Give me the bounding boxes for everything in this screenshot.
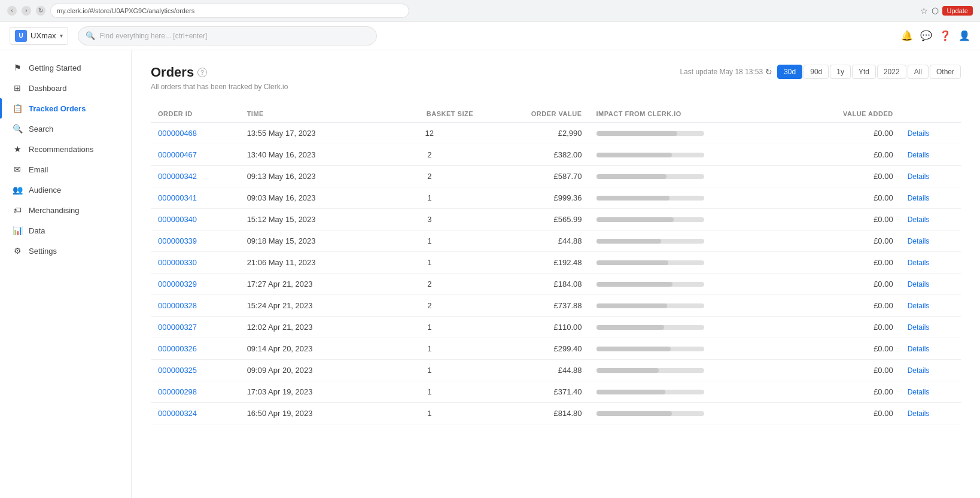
details-link[interactable]: Details	[908, 259, 930, 267]
filter-90d-button[interactable]: 90d	[804, 65, 829, 79]
sidebar-item-recommendations[interactable]: ★ Recommendations	[0, 139, 131, 159]
details-link[interactable]: Details	[908, 388, 930, 396]
reload-button[interactable]: ↻	[36, 6, 45, 16]
refresh-button[interactable]: ↻	[765, 67, 772, 77]
cell-order-id: 000000468	[151, 123, 240, 144]
cell-impact	[589, 274, 793, 295]
cell-impact	[589, 123, 793, 144]
update-button[interactable]: Update	[942, 6, 973, 16]
cell-order-value: £371.40	[480, 381, 589, 403]
sidebar-item-settings[interactable]: ⚙ Settings	[0, 241, 131, 261]
order-id-link[interactable]: 000000342	[158, 172, 197, 181]
filter-other-button[interactable]: Other	[930, 65, 961, 79]
filter-1y-button[interactable]: 1y	[830, 65, 851, 79]
back-button[interactable]: ‹	[7, 6, 17, 16]
help-button[interactable]: ❓	[939, 30, 951, 41]
main-layout: ⚑ Getting Started ⊞ Dashboard 📋 Tracked …	[0, 50, 980, 498]
filter-ytd-button[interactable]: Ytd	[852, 65, 876, 79]
cell-impact	[589, 252, 793, 274]
info-icon[interactable]: ?	[197, 68, 207, 77]
sidebar-item-data[interactable]: 📊 Data	[0, 220, 131, 241]
details-link[interactable]: Details	[908, 194, 930, 202]
details-link[interactable]: Details	[908, 129, 930, 138]
impact-bar-container	[596, 325, 704, 330]
cell-value-added: £0.00	[793, 166, 900, 187]
cell-value-added: £0.00	[793, 338, 900, 360]
col-value-added: VALUE ADDED	[793, 105, 900, 123]
col-impact: IMPACT FROM CLERK.IO	[589, 105, 793, 123]
order-id-link[interactable]: 000000468	[158, 129, 197, 138]
sidebar-item-email[interactable]: ✉ Email	[0, 159, 131, 180]
filter-30d-button[interactable]: 30d	[777, 65, 802, 79]
cell-basket-size: 2	[378, 144, 480, 166]
cell-order-id: 000000298	[151, 381, 240, 403]
cell-value-added: £0.00	[793, 252, 900, 274]
cell-order-value: £999.36	[480, 187, 589, 209]
order-id-link[interactable]: 000000341	[158, 193, 197, 202]
cell-impact	[589, 144, 793, 166]
order-id-link[interactable]: 000000298	[158, 387, 197, 396]
filter-all-button[interactable]: All	[908, 65, 929, 79]
filter-2022-button[interactable]: 2022	[877, 65, 906, 79]
account-button[interactable]: 👤	[958, 30, 970, 41]
chat-button[interactable]: 💬	[920, 30, 932, 41]
cell-basket-size: 2	[378, 166, 480, 187]
details-link[interactable]: Details	[908, 280, 930, 289]
sidebar-item-merchandising[interactable]: 🏷 Merchandising	[0, 200, 131, 220]
cell-time: 12:02 Apr 21, 2023	[240, 317, 379, 338]
cell-order-value: £44.88	[480, 360, 589, 381]
order-id-link[interactable]: 000000324	[158, 409, 197, 418]
sidebar-item-audience[interactable]: 👥 Audience	[0, 180, 131, 200]
sidebar-item-dashboard[interactable]: ⊞ Dashboard	[0, 78, 131, 98]
sidebar-item-search[interactable]: 🔍 Search	[0, 119, 131, 139]
details-link[interactable]: Details	[908, 366, 930, 375]
order-id-link[interactable]: 000000467	[158, 150, 197, 159]
order-id-link[interactable]: 000000327	[158, 323, 197, 332]
col-basket-size: BASKET SIZE	[378, 105, 480, 123]
cell-details: Details	[900, 381, 961, 403]
store-name: UXmax	[31, 31, 56, 40]
details-link[interactable]: Details	[908, 172, 930, 181]
cell-basket-size: 2	[378, 274, 480, 295]
content-area: Orders ? All orders that has been tracke…	[132, 50, 980, 498]
cell-order-id: 000000467	[151, 144, 240, 166]
order-id-link[interactable]: 000000330	[158, 258, 197, 267]
url-bar[interactable]: my.clerk.io/#/store/U0APXG9C/analytics/o…	[50, 4, 409, 18]
details-link[interactable]: Details	[908, 409, 930, 418]
extensions-icon[interactable]: ⬡	[932, 6, 939, 16]
cell-value-added: £0.00	[793, 209, 900, 230]
cell-details: Details	[900, 295, 961, 317]
order-id-link[interactable]: 000000328	[158, 301, 197, 310]
cell-order-id: 000000328	[151, 295, 240, 317]
impact-bar-container	[596, 196, 704, 201]
table-row: 000000342 09:13 May 16, 2023 2 £587.70 £…	[151, 166, 961, 187]
details-link[interactable]: Details	[908, 323, 930, 332]
cell-details: Details	[900, 403, 961, 424]
details-link[interactable]: Details	[908, 237, 930, 245]
details-link[interactable]: Details	[908, 151, 930, 159]
details-link[interactable]: Details	[908, 215, 930, 224]
global-search-bar[interactable]: 🔍 Find everything here... [ctrl+enter]	[78, 26, 377, 45]
cell-basket-size: 1	[378, 230, 480, 252]
forward-button[interactable]: ›	[22, 6, 31, 16]
sidebar-item-getting-started[interactable]: ⚑ Getting Started	[0, 57, 131, 78]
order-id-link[interactable]: 000000325	[158, 366, 197, 375]
store-selector[interactable]: U UXmax ▾	[10, 27, 68, 45]
bookmark-icon[interactable]: ☆	[920, 6, 928, 16]
store-icon: U	[15, 30, 27, 42]
cell-order-id: 000000326	[151, 338, 240, 360]
order-id-link[interactable]: 000000340	[158, 215, 197, 224]
header-actions: 🔔 💬 ❓ 👤	[901, 30, 970, 41]
cell-value-added: £0.00	[793, 144, 900, 166]
details-link[interactable]: Details	[908, 345, 930, 353]
notifications-button[interactable]: 🔔	[901, 30, 913, 41]
cell-details: Details	[900, 123, 961, 144]
settings-icon: ⚙	[12, 246, 23, 256]
details-link[interactable]: Details	[908, 302, 930, 310]
order-id-link[interactable]: 000000339	[158, 236, 197, 245]
order-id-link[interactable]: 000000326	[158, 344, 197, 353]
cell-basket-size: 1	[378, 403, 480, 424]
sidebar-item-tracked-orders[interactable]: 📋 Tracked Orders	[0, 98, 131, 119]
table-row: 000000330 21:06 May 11, 2023 1 £192.48 £…	[151, 252, 961, 274]
order-id-link[interactable]: 000000329	[158, 280, 197, 289]
